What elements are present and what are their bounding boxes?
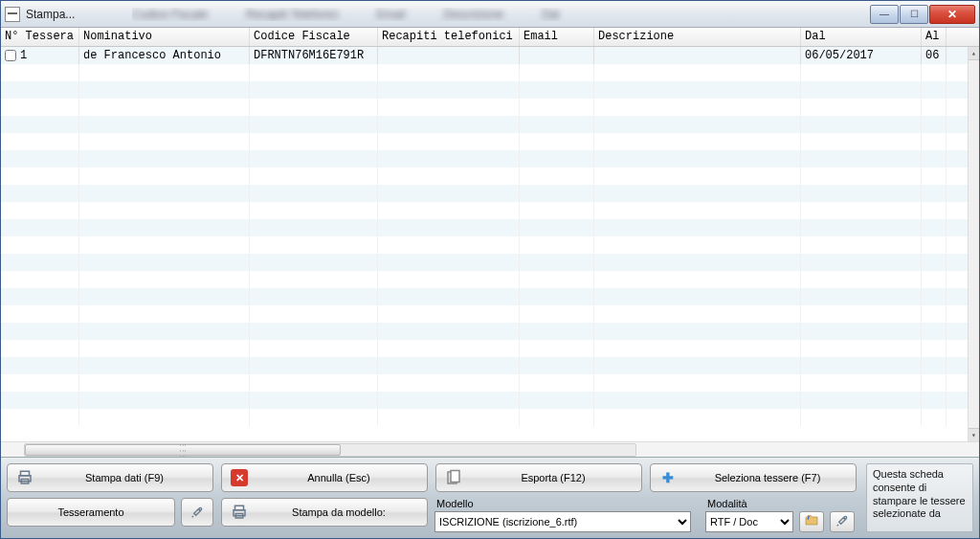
vertical-scrollbar[interactable]: ▴ ▾ — [968, 47, 979, 441]
cell-email — [520, 185, 594, 202]
cell-cf — [250, 323, 378, 340]
cell-descrizione — [594, 409, 801, 426]
cell-email — [520, 81, 594, 99]
col-header-nominativo[interactable]: Nominativo — [79, 28, 250, 46]
toolbar: Stampa dati (F9) ✕ Annulla (Esc) Esporta… — [1, 457, 979, 538]
modello-field: Modello ISCRIZIONE (iscrizione_6.rtf) — [434, 498, 693, 532]
cell-tessera — [1, 374, 79, 392]
modalita-select[interactable]: RTF / Doc — [705, 511, 793, 532]
cell-email — [520, 271, 594, 288]
stampa-dati-button[interactable]: Stampa dati (F9) — [7, 463, 213, 492]
cell-tessera — [1, 323, 79, 340]
cell-cf — [250, 168, 378, 185]
tesseramento-button[interactable]: Tesseramento — [7, 498, 175, 527]
grid-header[interactable]: N° Tessera Nominativo Codice Fiscale Rec… — [1, 28, 979, 47]
cell-email — [520, 99, 594, 116]
plus-icon: ✚ — [658, 468, 678, 487]
cell-dal — [801, 64, 922, 81]
export-icon — [444, 468, 463, 487]
cell-dal — [801, 236, 922, 254]
col-header-dal[interactable]: Dal — [801, 28, 922, 46]
cell-nominativo — [79, 288, 250, 305]
scroll-up-icon[interactable]: ▴ — [969, 47, 979, 60]
table-row — [1, 168, 968, 185]
grid-body: 1de Francesco AntonioDFRNTN76M16E791R06/… — [1, 47, 979, 441]
cell-dal — [801, 81, 922, 99]
cell-recapiti — [378, 357, 520, 374]
row-checkbox[interactable] — [5, 50, 16, 61]
horizontal-scroll-area — [1, 441, 979, 457]
cell-al — [922, 99, 947, 116]
button-label: Tesseramento — [15, 506, 167, 518]
cell-al — [922, 305, 947, 323]
cell-tessera — [1, 219, 79, 236]
col-header-al[interactable]: Al — [922, 28, 947, 46]
cell-email — [520, 116, 594, 133]
cell-email — [520, 133, 594, 150]
cell-descrizione — [594, 185, 801, 202]
cell-cf — [250, 81, 378, 99]
cell-nominativo — [79, 116, 250, 133]
cell-email — [520, 392, 594, 409]
modello-settings-button[interactable] — [830, 511, 855, 532]
col-header-recapiti[interactable]: Recapiti telefonici — [378, 28, 520, 46]
cell-cf — [250, 133, 378, 150]
cell-recapiti — [378, 340, 520, 357]
window-controls: — ☐ ✕ — [870, 5, 975, 24]
minimize-button[interactable]: — — [870, 5, 899, 24]
cell-email — [520, 305, 594, 323]
modello-select[interactable]: ISCRIZIONE (iscrizione_6.rtf) — [434, 511, 691, 532]
cell-recapiti — [378, 99, 520, 116]
table-row — [1, 323, 968, 340]
cell-tessera — [1, 133, 79, 150]
cell-cf — [250, 409, 378, 426]
cell-email — [520, 236, 594, 254]
cell-recapiti — [378, 219, 520, 236]
open-folder-button[interactable] — [799, 511, 824, 532]
scroll-thumb[interactable] — [25, 444, 341, 456]
cell-nominativo — [79, 81, 250, 99]
cell-descrizione — [594, 133, 801, 150]
cell-recapiti — [378, 202, 520, 219]
cell-al — [922, 185, 947, 202]
svg-point-5 — [199, 507, 202, 510]
button-label: Seleziona tessere (F7) — [687, 472, 848, 483]
tools-icon — [835, 513, 850, 531]
cell-email — [520, 47, 594, 64]
cell-cf — [250, 374, 378, 392]
col-header-descrizione[interactable]: Descrizione — [594, 28, 801, 46]
table-row — [1, 99, 968, 116]
maximize-button[interactable]: ☐ — [900, 5, 928, 24]
cell-dal — [801, 288, 922, 305]
cell-email — [520, 357, 594, 374]
cell-tessera — [1, 64, 79, 81]
table-row[interactable]: 1de Francesco AntonioDFRNTN76M16E791R06/… — [1, 47, 968, 64]
cell-descrizione — [594, 47, 801, 64]
col-header-tessera[interactable]: N° Tessera — [1, 28, 79, 46]
stampa-da-modello-button[interactable]: Stampa da modello: — [221, 498, 428, 527]
svg-rect-4 — [451, 471, 459, 483]
cell-dal — [801, 202, 922, 219]
col-header-email[interactable]: Email — [520, 28, 594, 46]
close-button[interactable]: ✕ — [929, 5, 975, 24]
horizontal-scrollbar[interactable] — [24, 443, 636, 457]
titlebar[interactable]: Stampa... Codice FiscaleRecapiti Telefon… — [1, 1, 979, 28]
cell-descrizione — [594, 357, 801, 374]
scroll-down-icon[interactable]: ▾ — [969, 428, 979, 441]
cell-descrizione — [594, 271, 801, 288]
cell-cf — [250, 219, 378, 236]
cell-al — [922, 133, 947, 150]
cell-dal — [801, 409, 922, 426]
seleziona-tessere-button[interactable]: ✚ Seleziona tessere (F7) — [650, 463, 857, 492]
esporta-button[interactable]: Esporta (F12) — [435, 463, 642, 492]
cell-tessera — [1, 236, 79, 254]
modello-label: Modello — [434, 498, 693, 509]
cell-dal — [801, 219, 922, 236]
col-header-codice-fiscale[interactable]: Codice Fiscale — [250, 28, 378, 46]
cell-nominativo — [79, 357, 250, 374]
tesseramento-settings-button[interactable] — [181, 498, 213, 527]
annulla-button[interactable]: ✕ Annulla (Esc) — [221, 463, 428, 492]
cell-descrizione — [594, 254, 801, 271]
cell-nominativo — [79, 202, 250, 219]
cell-cf — [250, 150, 378, 168]
